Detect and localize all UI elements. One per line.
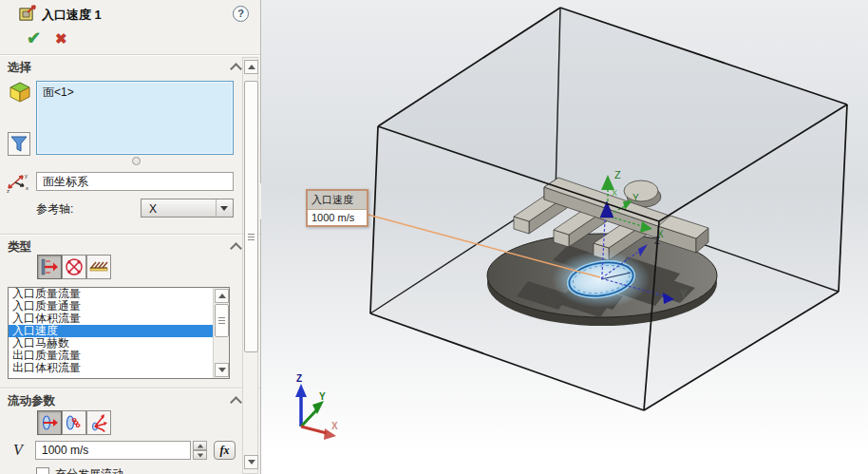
scroll-down-icon[interactable] [244,455,258,469]
feature-icon [19,5,37,21]
fully-developed-flow-checkbox[interactable] [36,467,49,474]
velocity-symbol: V [13,442,23,459]
property-manager-titlebar: 入口速度 1 ? [0,0,262,27]
normal-velocity-icon [40,413,59,432]
divider [0,234,262,236]
coordinate-system-field[interactable]: 面坐标系 [36,172,234,191]
list-scrollbar[interactable] [213,288,229,378]
viewport-canvas: Z X X Y Z Y Z Y [263,0,868,474]
selected-face-item[interactable]: 面<1> [43,85,74,99]
axis-label-y-small: Y [632,193,639,203]
inlet-flow-icon [40,257,59,276]
reference-axis-dropdown[interactable]: X [141,199,234,218]
reference-axis-value: X [149,202,157,216]
callout-title: 入口速度 [308,191,367,210]
velocity-3d-vector-button[interactable] [86,410,111,435]
axis-label-y2: Y [680,288,688,299]
flow-simulation-window: { "panel": { "title": "入口速度 1", "icons":… [0,0,868,474]
scrollbar-thumb[interactable] [215,304,229,337]
view-orientation-triad: Z Y X [295,373,338,440]
scrollbar-thumb[interactable] [244,81,258,352]
svg-text:z: z [7,188,9,194]
section-label: 选择 [8,61,31,74]
flow-opening-button[interactable] [37,255,62,279]
callout-value[interactable]: 1000 m/s [308,210,367,225]
resize-grip[interactable] [132,157,141,165]
panel-scrollbar[interactable] [242,57,258,474]
cancel-button[interactable]: ✖ [55,31,67,47]
reference-axis-label: 参考轴: [36,201,73,218]
divider [0,54,262,56]
page-title: 入口速度 1 [42,7,102,24]
filter-faces-button[interactable] [8,132,30,156]
triad-label-x: X [331,421,338,431]
section-label: 流动参数 [8,394,55,408]
face-selection-icon [9,82,31,103]
scroll-up-icon[interactable] [215,289,229,303]
funnel-icon [9,133,29,155]
list-item[interactable]: 出口体积流量 [9,362,229,374]
svg-text:y: y [25,173,28,179]
property-manager-panel: 入口速度 1 ? ✔ ✖ 选择 面<1> y x z 面坐标系 参考轴: X 类… [0,0,262,474]
help-icon[interactable]: ? [233,6,249,22]
vector-3d-icon [89,413,108,432]
pressure-opening-icon [65,257,84,276]
stepper-up-icon[interactable] [193,441,207,450]
stepper-down-icon[interactable] [193,450,207,460]
velocity-normal-to-face-button[interactable] [37,410,62,435]
velocity-stepper[interactable] [193,441,207,460]
triad-label-z: Z [296,373,302,384]
scroll-up-icon[interactable] [244,60,258,74]
swirl-velocity-button[interactable] [62,410,86,435]
wall-button[interactable] [86,255,111,279]
axis-label-x-small: X [612,188,617,198]
velocity-input[interactable]: 1000 m/s [35,441,191,460]
coordinate-system-icon: y x z [6,171,32,194]
swirl-icon [65,413,84,432]
divider [0,388,262,389]
boundary-type-list[interactable]: 入口质量流量 入口质量通量 入口体积流量 入口速度 入口马赫数 出口质量流量 出… [8,287,230,379]
boundary-condition-callout[interactable]: 入口速度 1000 m/s [306,189,368,227]
equation-button[interactable]: fx [214,441,236,460]
wall-icon [89,257,108,276]
section-header-flow-parameters[interactable]: 流动参数 [8,393,236,410]
scroll-down-icon[interactable] [215,363,229,377]
section-label: 类型 [8,240,31,254]
fully-developed-flow-label: 充分发展流动 [55,466,123,474]
svg-text:x: x [26,185,28,191]
collapse-chevron-icon[interactable] [230,242,242,255]
collapse-chevron-icon[interactable] [230,63,242,75]
ok-button[interactable]: ✔ [27,29,41,47]
pressure-opening-button[interactable] [62,255,86,279]
selection-list[interactable]: 面<1> [36,81,234,155]
section-header-selection[interactable]: 选择 [8,60,236,77]
axis-label-z: Z [614,169,621,180]
selected-face[interactable] [552,251,651,308]
dropdown-arrow-icon[interactable] [216,199,233,217]
triad-label-y: Y [319,391,326,402]
collapse-chevron-icon[interactable] [230,396,242,408]
